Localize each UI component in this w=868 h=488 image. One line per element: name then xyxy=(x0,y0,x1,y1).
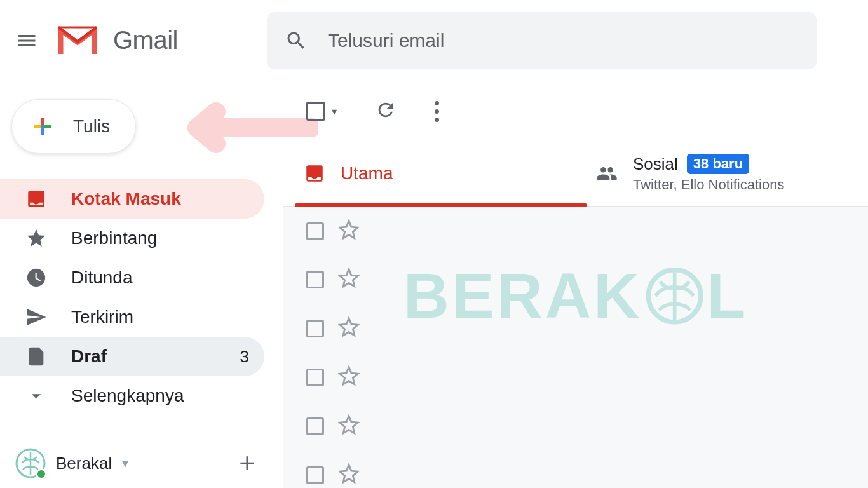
tab-subtitle: Twitter, Ello Notifications xyxy=(633,177,784,193)
mail-row[interactable] xyxy=(283,255,868,304)
row-checkbox[interactable] xyxy=(306,222,324,240)
sidebar-item-label: Kotak Masuk xyxy=(71,189,249,209)
row-star[interactable] xyxy=(338,414,360,438)
sidebar: Tulis Kotak Masuk Berbintang Ditunda Ter… xyxy=(0,81,283,488)
sidebar-item-label: Ditunda xyxy=(71,268,249,288)
tab-primary[interactable]: Utama xyxy=(283,141,576,206)
search-bar[interactable] xyxy=(267,12,817,69)
sidebar-item-label: Terkirim xyxy=(71,307,249,327)
caret-down-icon[interactable]: ▾ xyxy=(122,456,128,471)
status-online-dot xyxy=(36,468,47,480)
hamburger-icon xyxy=(15,29,38,52)
more-actions-button[interactable] xyxy=(435,101,439,122)
row-star[interactable] xyxy=(338,268,360,292)
row-checkbox[interactable] xyxy=(306,271,324,288)
row-checkbox[interactable] xyxy=(306,320,324,337)
gmail-logo-wrap[interactable]: Gmail xyxy=(55,24,178,58)
hangouts-footer: Berakal ▾ + xyxy=(0,438,283,488)
row-star[interactable] xyxy=(338,316,360,341)
mail-list xyxy=(283,207,868,488)
mail-row[interactable] xyxy=(283,207,868,255)
mail-row[interactable] xyxy=(283,451,868,488)
dot-icon xyxy=(435,118,439,122)
tab-social[interactable]: Sosial 38 baru Twitter, Ello Notificatio… xyxy=(576,141,868,206)
new-count-badge: 38 baru xyxy=(687,154,749,174)
row-checkbox[interactable] xyxy=(306,466,324,484)
row-checkbox[interactable] xyxy=(306,369,324,386)
sidebar-item-label: Berbintang xyxy=(71,228,249,248)
people-icon xyxy=(596,163,618,184)
mail-toolbar: ▾ xyxy=(283,81,868,141)
gmail-logo-icon xyxy=(55,24,100,58)
sidebar-nav: Kotak Masuk Berbintang Ditunda Terkirim … xyxy=(0,179,283,416)
sidebar-item-drafts[interactable]: Draf 3 xyxy=(0,337,264,376)
sidebar-item-sent[interactable]: Terkirim xyxy=(0,297,264,337)
star-icon xyxy=(25,227,47,249)
tab-label: Utama xyxy=(341,163,393,184)
send-icon xyxy=(25,306,47,328)
sidebar-item-label: Draf xyxy=(71,346,216,367)
add-contact-button[interactable]: + xyxy=(226,447,268,479)
drafts-count: 3 xyxy=(240,347,249,367)
brand-name: Gmail xyxy=(113,26,178,55)
dot-icon xyxy=(435,101,439,105)
header: Gmail xyxy=(0,0,868,81)
main-menu-button[interactable] xyxy=(11,25,42,56)
category-tabs: Utama Sosial 38 baru Twitter, Ello Notif… xyxy=(283,141,868,207)
row-star[interactable] xyxy=(338,219,360,243)
chevron-down-icon xyxy=(25,385,47,407)
row-star[interactable] xyxy=(338,463,360,487)
compose-button[interactable]: Tulis xyxy=(11,99,136,154)
clock-icon xyxy=(25,267,47,288)
mail-row[interactable] xyxy=(283,353,868,402)
select-all-checkbox[interactable]: ▾ xyxy=(306,102,337,121)
sidebar-item-starred[interactable]: Berbintang xyxy=(0,219,264,258)
dot-icon xyxy=(435,109,439,114)
row-checkbox[interactable] xyxy=(306,417,324,435)
plus-multicolor-icon xyxy=(27,111,58,142)
mail-row[interactable] xyxy=(283,402,868,451)
search-icon xyxy=(285,29,308,52)
hangout-avatar[interactable] xyxy=(15,448,46,478)
tab-label: Sosial xyxy=(633,154,678,174)
row-star[interactable] xyxy=(338,365,360,390)
refresh-icon xyxy=(375,99,397,121)
checkbox-icon xyxy=(306,102,325,121)
refresh-button[interactable] xyxy=(375,99,397,123)
sidebar-item-more[interactable]: Selengkapnya xyxy=(0,376,264,416)
active-tab-underline xyxy=(295,203,587,207)
inbox-icon xyxy=(25,188,47,210)
sidebar-item-snoozed[interactable]: Ditunda xyxy=(0,258,264,297)
hangout-name: Berakal xyxy=(56,454,112,473)
file-icon xyxy=(25,346,47,367)
sidebar-item-inbox[interactable]: Kotak Masuk xyxy=(0,179,264,219)
main-content: ▾ Utama Sosial 38 baru xyxy=(283,81,868,488)
mail-row[interactable] xyxy=(283,304,868,353)
dropdown-caret-icon: ▾ xyxy=(332,105,337,118)
compose-label: Tulis xyxy=(73,116,110,137)
search-input[interactable] xyxy=(328,30,799,51)
inbox-tab-icon xyxy=(304,163,325,184)
sidebar-item-label: Selengkapnya xyxy=(71,386,249,406)
